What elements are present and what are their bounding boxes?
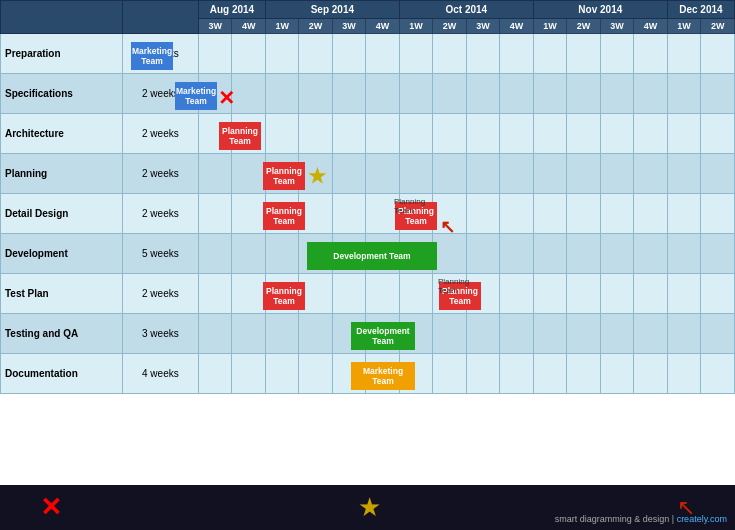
week-cell-r3-c15 (701, 154, 735, 194)
week-cell-r6-c12 (600, 274, 633, 314)
week-cell-r0-c8 (466, 34, 499, 74)
week-cell-r3-c11 (567, 154, 600, 194)
week-cell-r0-c14 (667, 34, 700, 74)
week-cell-r4-c9 (500, 194, 534, 234)
week-cell-r3-c10 (533, 154, 566, 194)
brand-tld: .com (707, 514, 727, 524)
week-cell-r0-c13 (634, 34, 668, 74)
week-cell-r0-c6 (399, 34, 432, 74)
week-cell-r4-c11 (567, 194, 600, 234)
week-cell-r2-c4 (332, 114, 365, 154)
duration-cell: 2 weeks (122, 274, 198, 314)
week-cell-r7-c1 (232, 314, 265, 354)
week-cell-r4-c10 (533, 194, 566, 234)
week-cell-r7-c2 (265, 314, 298, 354)
week-cell-r2-c12 (600, 114, 633, 154)
week-cell-r3-c9 (500, 154, 534, 194)
week-cell-r7-c4 (332, 314, 365, 354)
week-cell-r3-c6 (399, 154, 432, 194)
week-cell-r5-c4 (332, 234, 365, 274)
week-cell-r1-c3 (299, 74, 332, 114)
week-cell-r6-c6 (399, 274, 432, 314)
week-cell-r2-c3 (299, 114, 332, 154)
week-cell-r7-c12 (600, 314, 633, 354)
week-cell-r8-c12 (600, 354, 633, 394)
week-cell-r5-c12 (600, 234, 633, 274)
week-aug-3w: 3W (198, 19, 231, 34)
task-row: Development5 weeks (1, 234, 735, 274)
week-sep-1w: 1W (265, 19, 298, 34)
week-cell-r4-c15 (701, 194, 735, 234)
week-cell-r4-c7 (433, 194, 466, 234)
week-cell-r5-c8 (466, 234, 499, 274)
week-cell-r1-c5 (366, 74, 399, 114)
week-oct-2w: 2W (433, 19, 466, 34)
week-cell-r3-c0 (198, 154, 231, 194)
week-cell-r8-c2 (265, 354, 298, 394)
duration-cell: 2 weeks (122, 154, 198, 194)
week-cell-r8-c8 (466, 354, 499, 394)
task-row: Detail Design2 weeks (1, 194, 735, 234)
task-name-cell: Test Plan (1, 274, 123, 314)
week-nov-4w: 4W (634, 19, 668, 34)
week-nov-2w: 2W (567, 19, 600, 34)
week-cell-r1-c7 (433, 74, 466, 114)
week-cell-r3-c5 (366, 154, 399, 194)
week-cell-r3-c2 (265, 154, 298, 194)
duration-cell: 2 weeks (122, 114, 198, 154)
week-cell-r1-c1 (232, 74, 265, 114)
week-cell-r1-c13 (634, 74, 668, 114)
week-cell-r2-c9 (500, 114, 534, 154)
task-name-cell: Planning (1, 154, 123, 194)
week-cell-r2-c1 (232, 114, 265, 154)
week-cell-r5-c13 (634, 234, 668, 274)
week-cell-r6-c10 (533, 274, 566, 314)
week-cell-r6-c1 (232, 274, 265, 314)
week-cell-r0-c15 (701, 34, 735, 74)
week-cell-r7-c5 (366, 314, 399, 354)
week-cell-r1-c12 (600, 74, 633, 114)
task-row: Planning2 weeks (1, 154, 735, 194)
week-cell-r3-c13 (634, 154, 668, 194)
week-cell-r8-c0 (198, 354, 231, 394)
legend-star-icon: ★ (358, 492, 381, 523)
week-cell-r0-c3 (299, 34, 332, 74)
week-cell-r5-c3 (299, 234, 332, 274)
duration-cell: 2 weeks (122, 34, 198, 74)
week-cell-r7-c7 (433, 314, 466, 354)
week-cell-r8-c10 (533, 354, 566, 394)
week-cell-r6-c15 (701, 274, 735, 314)
week-cell-r8-c11 (567, 354, 600, 394)
week-cell-r2-c6 (399, 114, 432, 154)
week-oct-1w: 1W (399, 19, 432, 34)
week-cell-r4-c8 (466, 194, 499, 234)
week-cell-r8-c5 (366, 354, 399, 394)
week-oct-4w: 4W (500, 19, 534, 34)
week-cell-r2-c8 (466, 114, 499, 154)
week-cell-r6-c14 (667, 274, 700, 314)
week-cell-r2-c2 (265, 114, 298, 154)
week-cell-r0-c7 (433, 34, 466, 74)
task-row: Architecture2 weeks (1, 114, 735, 154)
week-cell-r1-c10 (533, 74, 566, 114)
task-name-cell: Testing and QA (1, 314, 123, 354)
gantt-table: Aug 2014 Sep 2014 Oct 2014 Nov 2014 Dec … (0, 0, 735, 394)
month-aug: Aug 2014 (198, 1, 265, 19)
task-row: Test Plan2 weeks (1, 274, 735, 314)
week-cell-r0-c2 (265, 34, 298, 74)
week-cell-r6-c9 (500, 274, 534, 314)
week-cell-r2-c13 (634, 114, 668, 154)
week-cell-r7-c6 (399, 314, 432, 354)
col-taskname-header (1, 1, 123, 34)
week-cell-r3-c3 (299, 154, 332, 194)
task-row: Preparation2 weeks (1, 34, 735, 74)
week-cell-r1-c15 (701, 74, 735, 114)
week-cell-r3-c8 (466, 154, 499, 194)
week-cell-r6-c8 (466, 274, 499, 314)
week-cell-r4-c5 (366, 194, 399, 234)
task-row: Documentation4 weeks (1, 354, 735, 394)
week-cell-r4-c3 (299, 194, 332, 234)
duration-cell: 4 weeks (122, 354, 198, 394)
week-cell-r0-c9 (500, 34, 534, 74)
week-cell-r7-c14 (667, 314, 700, 354)
